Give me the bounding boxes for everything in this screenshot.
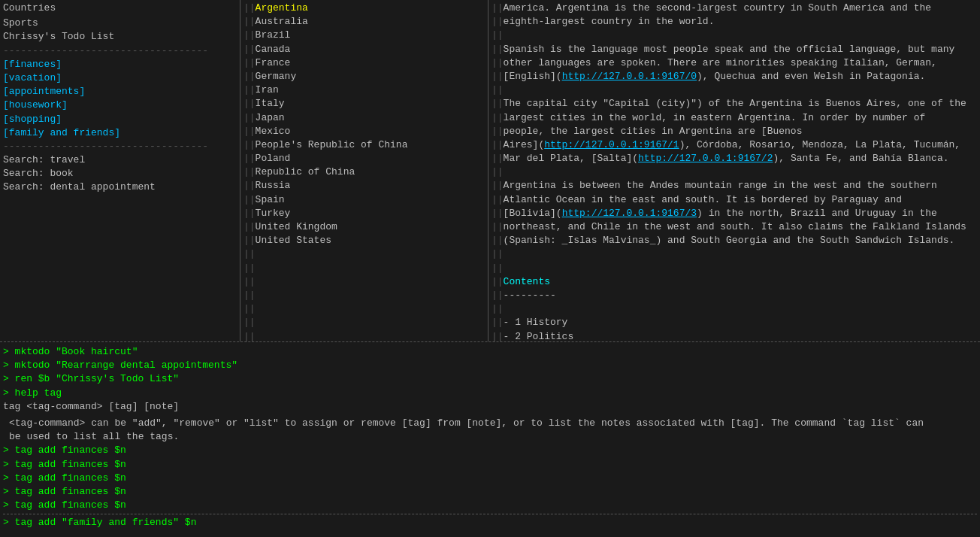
para2-line5: ||Mar del Plata, [Salta](http://127.0.0.… [492,152,977,165]
left-panel: Countries Sports Chrissy's Todo List ---… [0,0,240,341]
intro-text2: ||eighth-largest country in the world. [492,15,977,29]
search-travel[interactable]: Search: travel [3,153,237,167]
toc-2[interactable]: ||- 2 Politics [492,330,977,342]
right-content: ||America. Argentina is the second-large… [492,2,977,341]
para3-line2: ||Atlantic Ocean in the east and south. … [492,193,977,207]
top-pane: Countries Sports Chrissy's Todo List ---… [0,0,980,342]
right-panel: ||America. Argentina is the second-large… [488,0,980,341]
contents-heading: ||Contents [492,275,977,289]
list-item[interactable]: Chrissy's Todo List [3,30,237,44]
bottom-pane: > mktodo "Book haircut" > mktodo "Rearra… [0,342,980,537]
intro-text: ||America. Argentina is the second-large… [492,2,977,15]
link-salta[interactable]: http://127.0.0.1:9167/2 [638,153,773,164]
list-item[interactable]: ||Republic of China [243,165,485,179]
list-item[interactable]: ||France [243,56,485,70]
list-item[interactable]: ||Canada [243,43,485,56]
contents-divider: ||--------- [492,289,977,302]
list-item[interactable]: ||Japan [243,111,485,125]
cmd-help-tag: > help tag [3,387,977,400]
tag-finances[interactable]: [finances] [3,58,237,71]
middle-panel: ||Argentina ||Australia ||Brazil ||Canad… [240,0,488,341]
list-item[interactable]: ||Spain [243,193,485,207]
list-item[interactable]: ||Australia [243,15,485,29]
cmd-mktodo-1: > mktodo "Book haircut" [3,345,977,359]
empty-row: || [243,262,485,275]
list-item[interactable]: ||Poland [243,152,485,165]
para3-line5: ||(Spanish: _Islas Malvinas_) and South … [492,234,977,247]
cmd-tag-4: > tag add finances $n [3,485,977,499]
help-description: <tag-command> can be "add", "remove" or … [3,417,977,444]
tag-shopping[interactable]: [shopping] [3,113,237,126]
countries-list: ||Australia ||Brazil ||Canada ||France |… [243,15,485,341]
list-item[interactable]: ||Iran [243,83,485,97]
para1-line3: ||[English](http://127.0.0.1:9167/0), Qu… [492,70,977,83]
para1-line2: ||other languages are spoken. There are … [492,56,977,70]
empty-row: || [243,316,485,329]
cmd-tag-final: > tag add "family and friends" $n [3,516,977,529]
search-dental[interactable]: Search: dental appointment [3,181,237,194]
toc-1[interactable]: ||- 1 History [492,316,977,329]
list-item[interactable]: ||Russia [243,179,485,193]
para1-line1: ||Spanish is the language most people sp… [492,43,977,56]
empty-row: || [243,247,485,261]
link-bolivia[interactable]: http://127.0.0.1:9167/3 [562,208,697,219]
list-item[interactable]: ||United States [243,234,485,247]
separator: ----------------------------------- [3,44,237,58]
tag-housework[interactable]: [housework] [3,99,237,112]
list-item[interactable]: ||Germany [243,70,485,83]
list-item-china-prc[interactable]: ||People's Republic of China [243,138,485,152]
bottom-divider-line [3,514,977,514]
para2-line3: ||people, the largest cities in Argentin… [492,125,977,138]
cmd-tag-2: > tag add finances $n [3,458,977,472]
left-panel-header: Countries [3,2,237,15]
link-buenos-aires[interactable]: http://127.0.0.1:9167/1 [544,139,679,150]
para2-line4: ||Aires](http://127.0.0.1:9167/1), Córdo… [492,138,977,152]
para2-line1: ||The capital city "Capital (city)") of … [492,97,977,111]
list-item[interactable]: ||Italy [243,97,485,111]
cmd-mktodo-2: > mktodo "Rearrange dental appointments" [3,359,977,372]
list-item[interactable]: ||United Kingdom [243,220,485,234]
empty-row: || [243,289,485,302]
tag-vacation[interactable]: [vacation] [3,71,237,85]
list-item[interactable]: ||Mexico [243,125,485,138]
cmd-tag-5: > tag add finances $n [3,499,977,512]
link-english[interactable]: http://127.0.0.1:9167/0 [562,71,697,82]
cmd-tag-3: > tag add finances $n [3,472,977,485]
cmd-tag-1: > tag add finances $n [3,444,977,457]
para3-line4: ||northeast, and Chile in the west and s… [492,220,977,234]
app-container: Countries Sports Chrissy's Todo List ---… [0,0,980,537]
empty-row: || [243,275,485,289]
left-panel-items: Sports Chrissy's Todo List -------------… [3,17,237,194]
cmd-ren: > ren $b "Chrissy's Todo List" [3,372,977,386]
list-item[interactable]: Sports [3,17,237,30]
tag-appointments[interactable]: [appointments] [3,85,237,99]
para2-line2: ||largest cities in the world, in easter… [492,111,977,125]
help-syntax: tag <tag-command> [tag] [note] [3,400,977,414]
search-book[interactable]: Search: book [3,167,237,181]
empty-row: || [243,330,485,342]
list-item[interactable]: ||Brazil [243,29,485,42]
para3-line1: ||Argentina is between the Andes mountai… [492,179,977,193]
empty-row: || [243,302,485,316]
para3-line3: ||[Bolivia](http://127.0.0.1:9167/3) in … [492,207,977,220]
middle-panel-header: Argentina [256,2,308,15]
separator: ----------------------------------- [3,140,237,153]
list-item[interactable]: ||Turkey [243,207,485,220]
tag-family[interactable]: [family and friends] [3,126,237,140]
